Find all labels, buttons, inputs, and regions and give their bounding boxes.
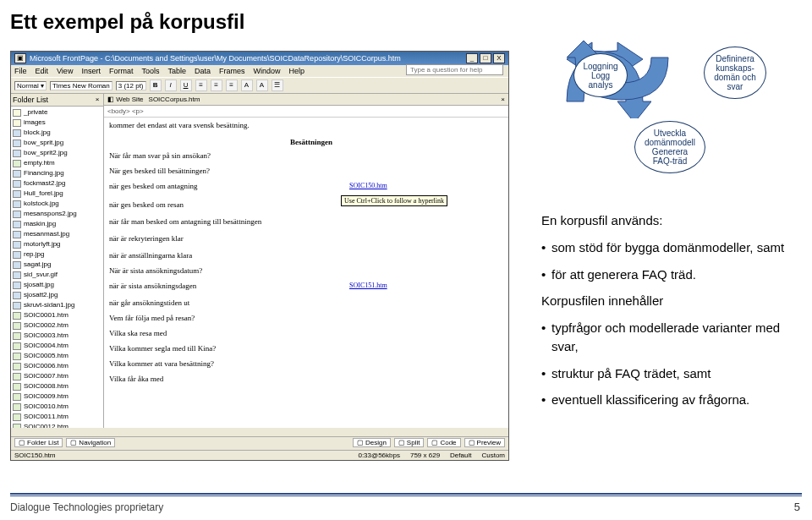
doc-line[interactable]: Vilka ska resa med [109,329,337,337]
folder-item[interactable]: motorlyft.jpg [12,239,102,249]
doc-line[interactable]: När är sista ansökningsdatum? [109,266,337,275]
view-design[interactable]: ▢ Design [353,438,391,447]
folder-item[interactable]: SOIC0010.htm [12,402,102,412]
menu-format[interactable]: Format [109,67,134,75]
menu-table[interactable]: Table [167,67,186,75]
doc-line[interactable]: när är rekryteringen klar [109,234,337,243]
menu-tools[interactable]: Tools [141,67,159,75]
menu-view[interactable]: View [57,67,73,75]
folder-item[interactable]: mesanspons2.jpg [12,209,102,219]
list-button[interactable]: ☰ [272,79,283,91]
folder-item[interactable]: SOIC0005.htm [12,351,102,361]
file-label: bow_sprit.jpg [24,138,63,148]
folder-item[interactable]: SOIC0009.htm [12,391,102,402]
font-grow-button[interactable]: A [241,79,253,91]
doc-line[interactable]: när är anställningarna klara [109,251,337,260]
view-code[interactable]: ▢ Code [427,438,460,447]
align-center-button[interactable]: ≡ [211,79,222,91]
view-split[interactable]: ▢ Split [394,438,425,447]
folder-item[interactable]: empty.htm [12,158,102,168]
folder-close-icon[interactable]: × [93,96,102,104]
folder-item[interactable]: _private [12,107,102,118]
folder-item[interactable]: SOIC0007.htm [12,371,102,381]
folder-item[interactable]: kolstock.jpg [12,199,102,209]
doc-line[interactable]: Vem får följa med på resan? [109,314,337,322]
maximize-button[interactable]: □ [480,53,491,63]
tab-website[interactable]: ◧ Web Site [107,96,144,103]
font-shrink-button[interactable]: A [256,79,268,91]
doc-line[interactable]: när ges besked om resan [109,200,337,209]
tab-file[interactable]: SOICCorpus.htm [149,96,200,103]
doc-line[interactable]: när får man besked om antagning till bes… [109,217,337,226]
align-left-button[interactable]: ≡ [195,79,207,91]
folder-item[interactable]: sagat.jpg [12,260,102,270]
html-icon [13,342,21,350]
align-right-button[interactable]: ≡ [226,79,238,91]
doc-link[interactable]: SOIC151.htm [349,282,425,289]
doc-line[interactable]: Vilka får åka med [109,375,337,383]
menu-edit[interactable]: Edit [36,67,49,75]
doc-line[interactable]: Vilka kommer segla med till Kina? [109,344,337,353]
folder-item[interactable]: bow_sprit.jpg [12,138,102,148]
minimize-button[interactable]: _ [466,53,478,63]
tab-navigation[interactable]: ▢ Navigation [66,438,115,447]
doc-line[interactable]: Besättningen [109,138,508,146]
folder-item[interactable]: SOIC0001.htm [12,310,102,320]
document-area[interactable]: Use Ctrl+Click to follow a hyperlink kom… [104,118,508,428]
folder-item[interactable]: SOIC0012.htm [12,422,102,428]
close-button[interactable]: X [493,53,505,63]
file-label: sjosatt2.jpg [24,290,58,300]
style-select[interactable]: Normal ▾ [14,81,47,90]
doc-line[interactable]: Vilka kommer att vara besättning? [109,359,337,368]
bold-button[interactable]: B [150,79,162,91]
image-icon [13,231,21,238]
doc-link[interactable]: SOIC150.htm [349,182,425,189]
folder-item[interactable]: SOIC0008.htm [12,381,102,391]
folder-item[interactable]: rep.jpg [12,249,102,260]
folder-item[interactable]: mesanmast.jpg [12,229,102,239]
image-icon [13,211,21,218]
folder-item[interactable]: maskin.jpg [12,219,102,229]
folder-icon [13,119,21,127]
menu-window[interactable]: Window [253,67,280,75]
menu-data[interactable]: Data [195,67,211,75]
font-select[interactable]: Times New Roman [50,81,112,90]
doc-line[interactable]: när går ansökningstiden ut [109,298,337,307]
menu-file[interactable]: File [14,67,27,75]
menu-help[interactable]: Help [289,67,305,75]
file-label: sid_svur.gif [24,270,58,280]
image-icon [13,200,21,208]
tab-close-icon[interactable]: × [501,96,505,103]
folder-item[interactable]: SOIC0002.htm [12,320,102,331]
folder-item[interactable]: SOIC0011.htm [12,412,102,422]
size-select[interactable]: 3 (12 pt) [116,81,146,90]
folder-item[interactable]: fockmast2.jpg [12,178,102,189]
html-icon [13,332,21,340]
folder-item[interactable]: SOIC0004.htm [12,341,102,351]
tab-folder-list[interactable]: ▢ Folder List [14,438,63,447]
help-question-input[interactable] [406,64,503,75]
doc-line[interactable]: när är sista ansökningsdagen [109,282,337,290]
file-label: SOIC0008.htm [24,381,69,391]
folder-list[interactable]: _privateimagesblock.jpgbow_sprit.jpgbow_… [11,107,103,428]
underline-button[interactable]: U [180,79,192,91]
doc-line[interactable]: När ges besked till besättningen? [109,167,337,175]
menu-insert[interactable]: Insert [81,67,101,75]
doc-line[interactable]: när ges besked om antagning [109,182,337,190]
folder-item[interactable]: sid_svur.gif [12,270,102,280]
folder-item[interactable]: sjosatt2.jpg [12,290,102,300]
folder-item[interactable]: SOIC0003.htm [12,331,102,341]
doc-line[interactable]: När får man svar på sin ansökan? [109,151,337,160]
folder-item[interactable]: images [12,118,102,128]
folder-item[interactable]: Financing.jpg [12,168,102,178]
folder-item[interactable]: bow_sprit2.jpg [12,148,102,158]
folder-item[interactable]: SOIC0006.htm [12,361,102,371]
folder-item[interactable]: skruvt-sidan1.jpg [12,300,102,310]
folder-item[interactable]: block.jpg [12,128,102,138]
folder-item[interactable]: sjosatt.jpg [12,280,102,290]
doc-line[interactable]: kommer det endast att vara svensk besätt… [109,121,337,129]
view-preview[interactable]: ▢ Preview [464,438,505,447]
folder-item[interactable]: Hull_forel.jpg [12,189,102,199]
menu-frames[interactable]: Frames [219,67,245,75]
italic-button[interactable]: I [165,79,177,91]
